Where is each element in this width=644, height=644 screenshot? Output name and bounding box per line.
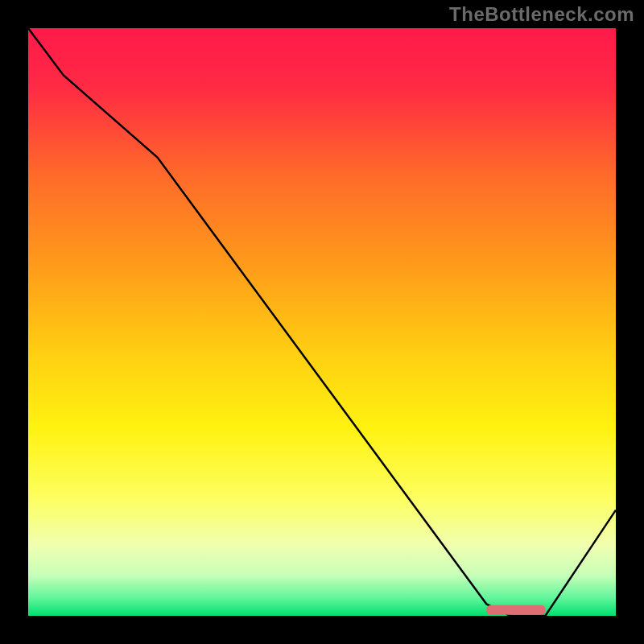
watermark-text: TheBottleneck.com — [449, 3, 634, 26]
bottleneck-chart — [28, 28, 616, 616]
gradient-field — [28, 28, 616, 616]
optimal-zone-marker — [486, 605, 545, 615]
chart-container: TheBottleneck.com — [0, 0, 644, 644]
